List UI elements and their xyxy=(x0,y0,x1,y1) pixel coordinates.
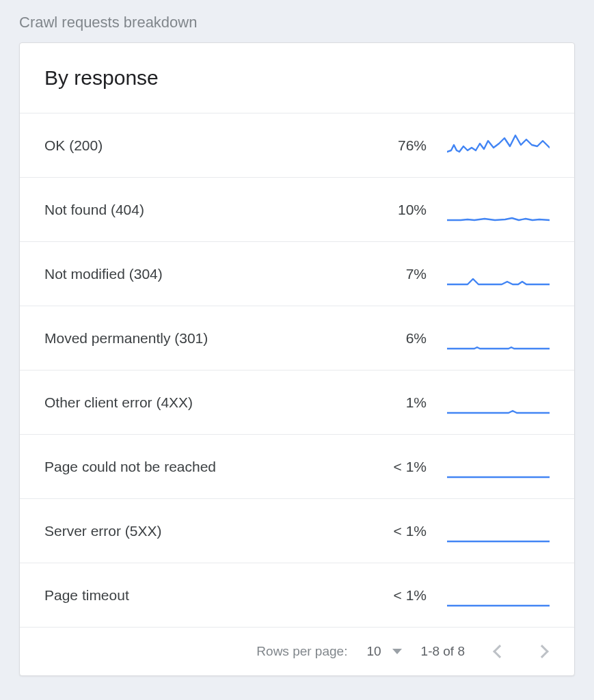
sparkline-icon xyxy=(447,581,550,610)
pagination-range: 1-8 of 8 xyxy=(421,644,465,659)
chevron-left-icon xyxy=(493,645,507,658)
table-row[interactable]: OK (200)76% xyxy=(20,113,574,177)
next-page-button[interactable] xyxy=(533,643,551,660)
sparkline-icon xyxy=(447,260,550,288)
row-value: < 1% xyxy=(361,459,427,475)
table-row[interactable]: Moved permanently (301)6% xyxy=(20,306,574,370)
table-row[interactable]: Not modified (304)7% xyxy=(20,241,574,306)
rows-per-page-label: Rows per page: xyxy=(256,644,347,659)
row-label: Not modified (304) xyxy=(44,266,361,282)
row-value: 6% xyxy=(361,330,427,347)
row-label: Not found (404) xyxy=(44,202,361,218)
row-value: 10% xyxy=(361,202,427,218)
row-label: Moved permanently (301) xyxy=(44,330,361,347)
sparkline-icon xyxy=(447,388,550,417)
rows-per-page-select[interactable]: 10 xyxy=(366,644,401,659)
row-label: Page could not be reached xyxy=(44,459,361,475)
table-row[interactable]: Page could not be reached< 1% xyxy=(20,434,574,498)
by-response-card: By response OK (200)76%Not found (404)10… xyxy=(19,42,575,676)
chevron-down-icon xyxy=(392,649,402,654)
sparkline-icon xyxy=(447,517,550,546)
chevron-right-icon xyxy=(535,645,549,658)
row-value: < 1% xyxy=(361,587,427,604)
table-footer: Rows per page: 10 1-8 of 8 xyxy=(20,627,574,675)
row-value: < 1% xyxy=(361,523,427,539)
sparkline-icon xyxy=(447,324,550,353)
sparkline-icon xyxy=(447,453,550,481)
row-value: 7% xyxy=(361,266,427,282)
sparkline-icon xyxy=(447,196,550,224)
table-row[interactable]: Server error (5XX)< 1% xyxy=(20,498,574,563)
sparkline-icon xyxy=(447,131,550,160)
row-label: Page timeout xyxy=(44,587,361,604)
table-row[interactable]: Not found (404)10% xyxy=(20,177,574,241)
rows-per-page-value: 10 xyxy=(366,644,381,659)
row-label: Server error (5XX) xyxy=(44,523,361,539)
table-row[interactable]: Page timeout< 1% xyxy=(20,563,574,627)
table-row[interactable]: Other client error (4XX)1% xyxy=(20,370,574,434)
prev-page-button[interactable] xyxy=(491,643,509,660)
row-value: 76% xyxy=(361,137,427,154)
page-title: Crawl requests breakdown xyxy=(19,14,575,31)
card-title: By response xyxy=(44,66,550,90)
row-value: 1% xyxy=(361,394,427,411)
row-label: OK (200) xyxy=(44,137,361,154)
row-label: Other client error (4XX) xyxy=(44,394,361,411)
